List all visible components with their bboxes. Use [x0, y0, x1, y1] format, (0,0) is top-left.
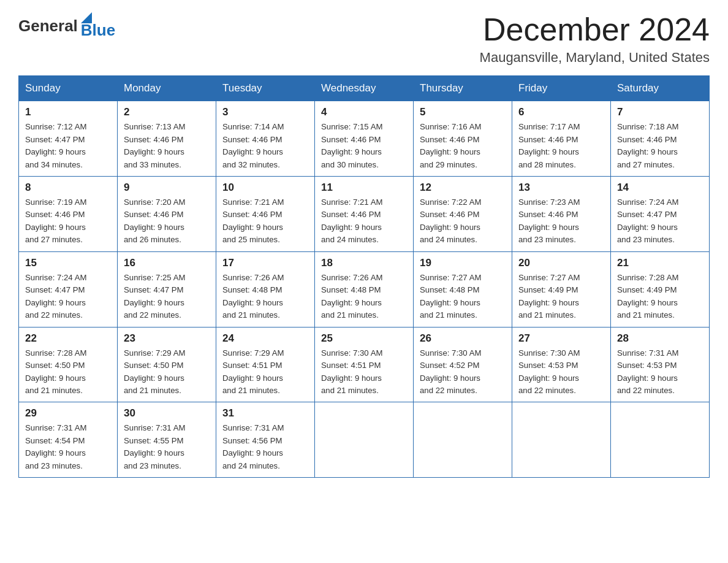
day-number: 24: [222, 332, 308, 345]
day-info: Sunrise: 7:21 AM Sunset: 4:46 PM Dayligh…: [321, 196, 407, 247]
weekday-header-thursday: Thursday: [414, 76, 512, 101]
day-info: Sunrise: 7:31 AM Sunset: 4:56 PM Dayligh…: [222, 422, 308, 472]
day-info: Sunrise: 7:12 AM Sunset: 4:47 PM Dayligh…: [25, 121, 111, 171]
day-number: 30: [124, 407, 210, 419]
day-number: 20: [518, 257, 604, 269]
day-info: Sunrise: 7:29 AM Sunset: 4:51 PM Dayligh…: [222, 347, 308, 397]
calendar-cell: 16 Sunrise: 7:25 AM Sunset: 4:47 PM Dayl…: [118, 251, 216, 327]
calendar-cell: 23 Sunrise: 7:29 AM Sunset: 4:50 PM Dayl…: [118, 327, 216, 402]
weekday-header-sunday: Sunday: [19, 76, 118, 101]
day-number: 28: [617, 332, 703, 345]
weekday-header-saturday: Saturday: [611, 76, 710, 101]
day-info: Sunrise: 7:24 AM Sunset: 4:47 PM Dayligh…: [617, 196, 703, 247]
day-number: 16: [124, 257, 210, 269]
logo-general-text: General: [18, 17, 78, 36]
weekday-header-monday: Monday: [118, 76, 216, 101]
day-number: 17: [222, 257, 308, 269]
day-number: 1: [25, 106, 111, 118]
day-info: Sunrise: 7:22 AM Sunset: 4:46 PM Dayligh…: [420, 196, 506, 247]
calendar-cell: 10 Sunrise: 7:21 AM Sunset: 4:46 PM Dayl…: [216, 177, 315, 252]
calendar-week-row: 1 Sunrise: 7:12 AM Sunset: 4:47 PM Dayli…: [19, 101, 710, 177]
day-number: 31: [222, 407, 308, 419]
calendar-cell: 9 Sunrise: 7:20 AM Sunset: 4:46 PM Dayli…: [118, 177, 216, 252]
day-number: 21: [617, 257, 703, 269]
day-info: Sunrise: 7:14 AM Sunset: 4:46 PM Dayligh…: [222, 121, 308, 171]
day-info: Sunrise: 7:28 AM Sunset: 4:50 PM Dayligh…: [25, 347, 111, 397]
day-number: 8: [25, 182, 111, 194]
calendar-cell: [611, 402, 710, 478]
day-info: Sunrise: 7:17 AM Sunset: 4:46 PM Dayligh…: [518, 121, 604, 171]
day-number: 13: [518, 182, 604, 194]
day-info: Sunrise: 7:26 AM Sunset: 4:48 PM Dayligh…: [222, 272, 308, 322]
calendar-week-row: 22 Sunrise: 7:28 AM Sunset: 4:50 PM Dayl…: [19, 327, 710, 402]
day-number: 22: [25, 332, 111, 345]
calendar-cell: 14 Sunrise: 7:24 AM Sunset: 4:47 PM Dayl…: [611, 177, 710, 252]
day-number: 29: [25, 407, 111, 419]
day-info: Sunrise: 7:30 AM Sunset: 4:51 PM Dayligh…: [321, 347, 407, 397]
day-info: Sunrise: 7:27 AM Sunset: 4:49 PM Dayligh…: [518, 272, 604, 322]
calendar-cell: 28 Sunrise: 7:31 AM Sunset: 4:53 PM Dayl…: [611, 327, 710, 402]
day-number: 25: [321, 332, 407, 345]
calendar-cell: 25 Sunrise: 7:30 AM Sunset: 4:51 PM Dayl…: [315, 327, 414, 402]
day-number: 14: [617, 182, 703, 194]
day-info: Sunrise: 7:29 AM Sunset: 4:50 PM Dayligh…: [124, 347, 210, 397]
day-info: Sunrise: 7:15 AM Sunset: 4:46 PM Dayligh…: [321, 121, 407, 171]
calendar-cell: 12 Sunrise: 7:22 AM Sunset: 4:46 PM Dayl…: [414, 177, 512, 252]
calendar-cell: 26 Sunrise: 7:30 AM Sunset: 4:52 PM Dayl…: [414, 327, 512, 402]
day-info: Sunrise: 7:31 AM Sunset: 4:54 PM Dayligh…: [25, 422, 111, 472]
calendar-cell: 20 Sunrise: 7:27 AM Sunset: 4:49 PM Dayl…: [512, 251, 611, 327]
calendar-cell: 4 Sunrise: 7:15 AM Sunset: 4:46 PM Dayli…: [315, 101, 414, 177]
day-info: Sunrise: 7:27 AM Sunset: 4:48 PM Dayligh…: [420, 272, 506, 322]
calendar-cell: 13 Sunrise: 7:23 AM Sunset: 4:46 PM Dayl…: [512, 177, 611, 252]
day-number: 11: [321, 182, 407, 194]
day-number: 23: [124, 332, 210, 345]
calendar-cell: 31 Sunrise: 7:31 AM Sunset: 4:56 PM Dayl…: [216, 402, 315, 478]
calendar-cell: 27 Sunrise: 7:30 AM Sunset: 4:53 PM Dayl…: [512, 327, 611, 402]
calendar-cell: 3 Sunrise: 7:14 AM Sunset: 4:46 PM Dayli…: [216, 101, 315, 177]
day-info: Sunrise: 7:30 AM Sunset: 4:52 PM Dayligh…: [420, 347, 506, 397]
calendar-week-row: 15 Sunrise: 7:24 AM Sunset: 4:47 PM Dayl…: [19, 251, 710, 327]
day-number: 15: [25, 257, 111, 269]
day-info: Sunrise: 7:26 AM Sunset: 4:48 PM Dayligh…: [321, 272, 407, 322]
month-title: December 2024: [480, 12, 710, 47]
day-info: Sunrise: 7:30 AM Sunset: 4:53 PM Dayligh…: [518, 347, 604, 397]
location-title: Maugansville, Maryland, United States: [480, 50, 710, 66]
calendar-cell: 22 Sunrise: 7:28 AM Sunset: 4:50 PM Dayl…: [19, 327, 118, 402]
calendar-cell: 24 Sunrise: 7:29 AM Sunset: 4:51 PM Dayl…: [216, 327, 315, 402]
calendar-cell: 17 Sunrise: 7:26 AM Sunset: 4:48 PM Dayl…: [216, 251, 315, 327]
day-info: Sunrise: 7:21 AM Sunset: 4:46 PM Dayligh…: [222, 196, 308, 247]
calendar-cell: 29 Sunrise: 7:31 AM Sunset: 4:54 PM Dayl…: [19, 402, 118, 478]
weekday-header-wednesday: Wednesday: [315, 76, 414, 101]
calendar-cell: 19 Sunrise: 7:27 AM Sunset: 4:48 PM Dayl…: [414, 251, 512, 327]
calendar-week-row: 8 Sunrise: 7:19 AM Sunset: 4:46 PM Dayli…: [19, 177, 710, 252]
weekday-header-row: SundayMondayTuesdayWednesdayThursdayFrid…: [19, 76, 710, 101]
title-area: December 2024 Maugansville, Maryland, Un…: [480, 12, 710, 66]
calendar-cell: 18 Sunrise: 7:26 AM Sunset: 4:48 PM Dayl…: [315, 251, 414, 327]
calendar-cell: [512, 402, 611, 478]
calendar-cell: 1 Sunrise: 7:12 AM Sunset: 4:47 PM Dayli…: [19, 101, 118, 177]
calendar-cell: 5 Sunrise: 7:16 AM Sunset: 4:46 PM Dayli…: [414, 101, 512, 177]
calendar-cell: 2 Sunrise: 7:13 AM Sunset: 4:46 PM Dayli…: [118, 101, 216, 177]
calendar-cell: 7 Sunrise: 7:18 AM Sunset: 4:46 PM Dayli…: [611, 101, 710, 177]
day-number: 10: [222, 182, 308, 194]
day-info: Sunrise: 7:13 AM Sunset: 4:46 PM Dayligh…: [124, 121, 210, 171]
day-info: Sunrise: 7:31 AM Sunset: 4:53 PM Dayligh…: [617, 347, 703, 397]
weekday-header-tuesday: Tuesday: [216, 76, 315, 101]
page-header: General Blue December 2024 Maugansville,…: [18, 12, 710, 66]
calendar-cell: 21 Sunrise: 7:28 AM Sunset: 4:49 PM Dayl…: [611, 251, 710, 327]
weekday-header-friday: Friday: [512, 76, 611, 101]
day-info: Sunrise: 7:23 AM Sunset: 4:46 PM Dayligh…: [518, 196, 604, 247]
day-number: 26: [420, 332, 506, 345]
calendar-cell: [315, 402, 414, 478]
calendar-cell: 11 Sunrise: 7:21 AM Sunset: 4:46 PM Dayl…: [315, 177, 414, 252]
day-number: 9: [124, 182, 210, 194]
day-number: 6: [518, 106, 604, 118]
day-number: 7: [617, 106, 703, 118]
day-number: 19: [420, 257, 506, 269]
calendar-table: SundayMondayTuesdayWednesdayThursdayFrid…: [18, 75, 710, 478]
day-info: Sunrise: 7:19 AM Sunset: 4:46 PM Dayligh…: [25, 196, 111, 247]
day-info: Sunrise: 7:18 AM Sunset: 4:46 PM Dayligh…: [617, 121, 703, 171]
calendar-cell: 6 Sunrise: 7:17 AM Sunset: 4:46 PM Dayli…: [512, 101, 611, 177]
day-number: 2: [124, 106, 210, 118]
calendar-week-row: 29 Sunrise: 7:31 AM Sunset: 4:54 PM Dayl…: [19, 402, 710, 478]
